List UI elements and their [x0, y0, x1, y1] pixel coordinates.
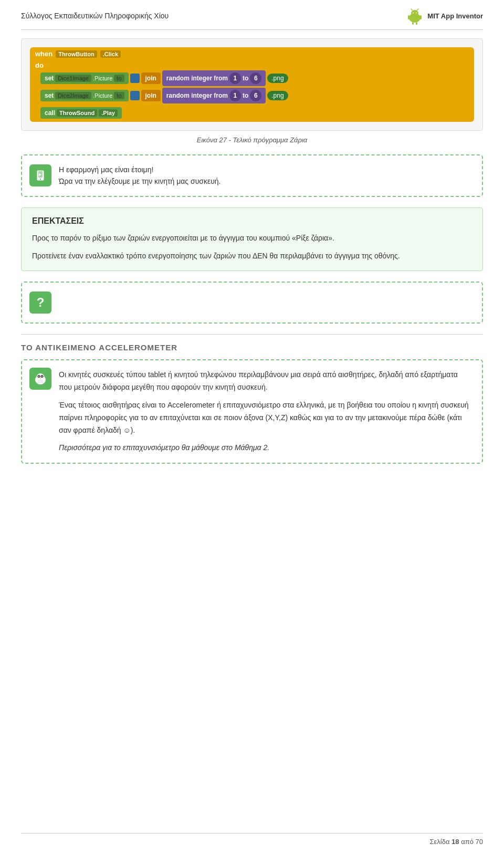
- join-block-2: join: [141, 90, 161, 101]
- when-row: when ThrowButton .Click: [30, 47, 474, 60]
- set-dice1-row: set Dice1Image .Picture to join random i…: [40, 70, 474, 86]
- dice1image-label: Dice1Image: [55, 75, 91, 82]
- call-block: call ThrowSound .Play: [40, 107, 122, 119]
- set-block-2: set Dice2Image .Picture to: [40, 90, 129, 101]
- extensions-section: ΕΠΕΚΤΑΣΕΙΣ Προς το παρόν το ρίξιμο των ζ…: [21, 207, 483, 272]
- do-label: do: [30, 60, 474, 70]
- block-body: set Dice1Image .Picture to join random i…: [30, 70, 474, 119]
- footer-page-current: 18: [452, 838, 459, 846]
- accelerometer-title: ΤΟ ΑΝΤΙΚΕΙΜΕΝΟ ACCELEROMETER: [21, 343, 483, 352]
- set-label-2: set: [45, 92, 54, 99]
- to2-label-1: to: [243, 75, 248, 82]
- svg-point-2: [411, 10, 418, 16]
- svg-point-19: [38, 376, 39, 377]
- svg-point-13: [40, 179, 41, 180]
- to-label-1: to: [114, 75, 124, 82]
- click-label: .Click: [100, 50, 121, 58]
- code-block-area: when ThrowButton .Click do set Dice1Imag…: [21, 38, 483, 131]
- question-icon: ?: [29, 291, 51, 314]
- accelerometer-section: ΤΟ ΑΝΤΙΚΕΙΜΕΝΟ ACCELEROMETER: [21, 334, 483, 464]
- header-title: Σύλλογος Εκπαιδευτικών Πληροφορικής Χίου: [21, 12, 169, 20]
- to2-label-2: to: [243, 92, 248, 99]
- info-box-text: Η εφαρμογή μας είναι έτοιμη! Ώρα να την …: [59, 164, 471, 188]
- random-block-2: random integer from 1 to 6: [162, 88, 266, 103]
- svg-point-20: [41, 376, 43, 377]
- set-block-1: set Dice1Image .Picture to: [40, 72, 129, 84]
- when-label: when: [35, 50, 52, 58]
- blocks-container: when ThrowButton .Click do set Dice1Imag…: [30, 47, 474, 122]
- set-label-1: set: [45, 75, 54, 82]
- svg-rect-10: [416, 22, 417, 25]
- code-caption: Εικόνα 27 - Τελικό πρόγραμμα Ζάρια: [21, 136, 483, 144]
- svg-rect-8: [420, 15, 422, 19]
- join-label-2: join: [145, 92, 156, 99]
- from-label-1: from: [214, 75, 228, 82]
- footer-separator: από: [459, 838, 476, 846]
- phone-svg: [35, 170, 46, 181]
- join-label-1: join: [145, 75, 156, 82]
- extensions-para2: Προτείνετε έναν εναλλακτικό τρόπο ενεργο…: [32, 250, 472, 263]
- accelerometer-box: Οι κινητές συσκευές τύπου tablet ή κινητ…: [21, 359, 483, 464]
- when-do-block: when ThrowButton .Click do set Dice1Imag…: [30, 47, 474, 122]
- throwsound-label: ThrowSound: [57, 109, 97, 117]
- join-block-1: join: [141, 72, 161, 84]
- set-dice2-row: set Dice2Image .Picture to join random i…: [40, 88, 474, 103]
- accel-para2: Ένας τέτοιος αισθητήρας είναι το Acceler…: [59, 399, 471, 436]
- num1-pill-2: 1: [229, 90, 241, 101]
- info-line2: Ώρα να την ελέγξουμε με την κινητή μας σ…: [59, 175, 471, 187]
- picture-label-2: .Picture: [93, 92, 112, 99]
- extensions-title: ΕΠΕΚΤΑΣΕΙΣ: [32, 216, 472, 226]
- call-row-div: call ThrowSound .Play: [40, 107, 474, 119]
- png-pill-1: .png: [267, 74, 288, 83]
- svg-point-4: [416, 13, 417, 14]
- num1-pill-1: 1: [229, 72, 241, 84]
- info-box: Η εφαρμογή μας είναι έτοιμη! Ώρα να την …: [21, 154, 483, 197]
- question-box: ?: [21, 282, 483, 324]
- random-label-1: random integer: [166, 75, 212, 82]
- accelerometer-text: Οι κινητές συσκευές τύπου tablet ή κινητ…: [59, 369, 471, 454]
- svg-rect-7: [408, 15, 410, 19]
- info-line1: Η εφαρμογή μας είναι έτοιμη!: [59, 164, 471, 175]
- png-pill-2: .png: [267, 91, 288, 100]
- call-label: call: [45, 109, 55, 117]
- footer-page-total: 70: [476, 838, 483, 846]
- extensions-para1: Προς το παρόν το ρίξιμο των ζαριών ενεργ…: [32, 232, 472, 245]
- play-label: .Play: [99, 109, 118, 117]
- svg-marker-25: [42, 372, 44, 374]
- accel-para3: Περισσότερα για το επιταχυνσιόμετρο θα μ…: [59, 442, 471, 454]
- num6-pill-2: 6: [250, 90, 261, 101]
- svg-marker-24: [37, 372, 39, 374]
- to-label-2: to: [114, 92, 124, 99]
- square-icon-1: [130, 74, 140, 83]
- header-logo: MIT App Inventor: [405, 6, 483, 25]
- random-label-2: random integer: [166, 92, 212, 99]
- dice2image-label: Dice2Image: [55, 92, 91, 99]
- throwbutton-label: ThrowButton: [56, 50, 97, 58]
- accel-para1: Οι κινητές συσκευές τύπου tablet ή κινητ…: [59, 369, 471, 394]
- android-icon: [405, 6, 424, 25]
- page-footer: Σελίδα 18 από 70: [21, 833, 483, 846]
- picture-label-1: .Picture: [93, 75, 112, 81]
- phone-icon: [29, 164, 51, 186]
- num6-pill-1: 6: [250, 72, 261, 84]
- owl-svg: [33, 371, 48, 386]
- from-label-2: from: [214, 92, 228, 99]
- random-block-1: random integer from 1 to 6: [162, 70, 266, 86]
- svg-point-3: [413, 13, 414, 14]
- square-icon-2: [130, 91, 140, 100]
- logo-text: MIT App Inventor: [427, 12, 483, 20]
- owl-icon: [29, 368, 51, 390]
- footer-text: Σελίδα: [430, 838, 452, 846]
- page-header: Σύλλογος Εκπαιδευτικών Πληροφορικής Χίου…: [21, 0, 483, 30]
- svg-rect-9: [412, 22, 414, 25]
